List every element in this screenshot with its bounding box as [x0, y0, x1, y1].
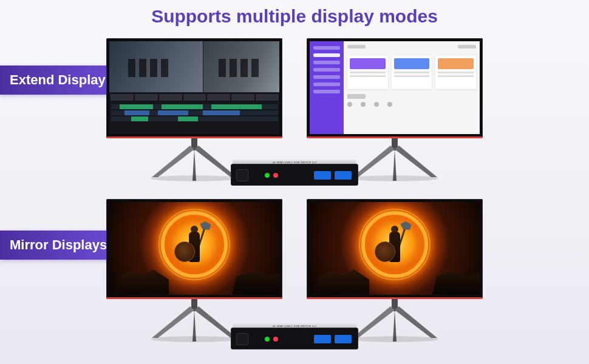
page-title: Supports multiple display modes [0, 0, 589, 27]
screen-content-warrior [109, 202, 279, 295]
screen-content-dashboard [310, 41, 480, 134]
monitor-frame [307, 199, 483, 299]
audio-jacks-icon [265, 173, 270, 178]
monitor-frame [307, 38, 483, 138]
usb-port-icon [335, 335, 352, 343]
usb-port-icon [314, 335, 331, 343]
svg-point-3 [351, 175, 438, 181]
screen-content-warrior [310, 202, 480, 295]
monitor-stand [349, 299, 440, 342]
monitor-stand [149, 299, 240, 342]
monitor-frame [106, 199, 282, 299]
svg-point-1 [151, 175, 238, 181]
svg-point-5 [151, 336, 238, 342]
power-button-icon [236, 169, 248, 181]
kvm-switch-device: 4K HDMI USB-C KVM SWITCH 2x2 [231, 164, 358, 193]
screen-content-video-editor [109, 41, 279, 134]
monitor-frame [106, 38, 282, 138]
power-button-icon [236, 333, 248, 345]
monitor-stand [349, 138, 440, 181]
monitor-stand [149, 138, 240, 181]
usb-port-icon [335, 171, 352, 180]
usb-port-icon [314, 171, 331, 180]
svg-point-7 [351, 336, 438, 342]
monitor-mirror-right [307, 199, 483, 342]
kvm-switch-device: 4K HDMI USB-C KVM SWITCH 2x2 [231, 328, 358, 357]
audio-jacks-icon [265, 337, 270, 342]
monitor-mirror-left [106, 199, 282, 342]
